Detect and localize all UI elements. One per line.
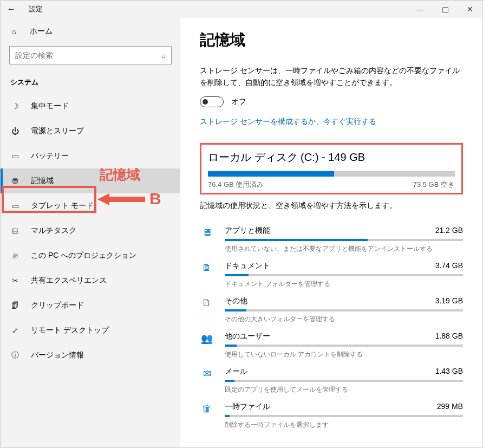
category-sub: 使用されていない、または不要なアプリと機能をアンインストールする [225, 244, 463, 254]
battery-icon: ▭ [10, 152, 20, 160]
sidebar-item-sharing[interactable]: ✂ 共有エクスペリエンス [1, 268, 180, 293]
close-button[interactable]: ✕ [458, 5, 482, 14]
category-name: ドキュメント [225, 261, 270, 271]
maximize-button[interactable]: ▢ [433, 5, 458, 14]
multitask-icon: ⊟ [10, 226, 20, 235]
minimize-button[interactable]: — [408, 5, 433, 14]
category-sub: ドキュメント フォルダーを管理する [225, 280, 463, 289]
search-input[interactable] [15, 51, 161, 60]
category-name: その他 [225, 296, 247, 306]
sidebar-item-label: マルチタスク [31, 226, 76, 236]
disk-title: ローカル ディスク (C:) - 149 GB [208, 150, 455, 165]
projection-icon: ⎚ [10, 251, 20, 260]
power-icon: ⏻ [10, 127, 20, 135]
category-name: メール [225, 367, 247, 376]
tablet-icon: ▭ [10, 202, 20, 210]
sidebar-item-label: バッテリー [31, 151, 69, 161]
moon-icon: ☽ [10, 102, 20, 111]
category-row[interactable]: 🗑一時ファイル299 MB削除する一時ファイルを選択します [200, 397, 463, 432]
sidebar-item-label: クリップボード [31, 301, 84, 310]
toggle-knob [203, 99, 208, 105]
category-row[interactable]: 🗎ドキュメント3.74 GBドキュメント フォルダーを管理する [200, 256, 463, 291]
sidebar-item-label: 共有エクスペリエンス [31, 276, 107, 285]
configure-link[interactable]: ストレージ センサーを構成するか、今すぐ実行する [200, 117, 376, 127]
category-icon: 👥 [200, 332, 214, 345]
window-title: 設定 [29, 4, 43, 14]
sidebar-item-label: バージョン情報 [31, 350, 84, 360]
category-row[interactable]: 👥他のユーザー1.88 GB使用していないローカル アカウントを削除する [200, 326, 463, 361]
sub-desc: 記憶域の使用状況と、空き領域を増やす方法を示します。 [200, 201, 463, 211]
category-size: 3.19 GB [435, 296, 463, 306]
sidebar-item-storage[interactable]: ⛃ 記憶域 [1, 168, 180, 193]
category-bar [225, 415, 463, 417]
remote-icon: ⤢ [10, 326, 20, 335]
category-sub: 削除する一時ファイルを選択します [225, 420, 463, 430]
category-size: 3.74 GB [435, 261, 463, 271]
category-name: 一時ファイル [225, 402, 270, 412]
toggle-pill[interactable] [200, 96, 224, 107]
category-size: 1.43 GB [435, 367, 463, 376]
category-bar-fill [225, 239, 368, 241]
category-bar [225, 309, 463, 311]
share-icon: ✂ [10, 276, 20, 285]
category-bar [225, 380, 463, 382]
sidebar-item-tablet[interactable]: ▭ タブレット モード [1, 193, 180, 218]
category-icon: 🗑 [200, 402, 214, 414]
sidebar-item-label: 集中モード [31, 101, 69, 111]
titlebar: ← 設定 — ▢ ✕ [1, 1, 482, 18]
category-icon: 🗎 [200, 261, 214, 274]
category-name: アプリと機能 [225, 226, 270, 236]
sidebar-item-label: この PC へのプロジェクション [31, 251, 136, 261]
category-bar-fill [225, 345, 237, 347]
section-label: システム [1, 75, 180, 94]
storage-icon: ⛃ [10, 177, 20, 185]
category-size: 299 MB [437, 402, 463, 412]
category-sub: その他の大きいフォルダーを管理する [225, 315, 463, 324]
sidebar-item-focus[interactable]: ☽ 集中モード [1, 94, 180, 119]
info-icon: ⓘ [10, 350, 20, 360]
disk-meta: 76.4 GB 使用済み 73.5 GB 空き [208, 180, 455, 190]
storage-sense-toggle[interactable]: オフ [200, 96, 463, 107]
home-icon: ⌂ [11, 27, 20, 36]
category-sub: 使用していないローカル アカウントを削除する [225, 350, 463, 359]
category-row[interactable]: 🗋その他3.19 GBその他の大きいフォルダーを管理する [200, 291, 463, 326]
sidebar-item-projection[interactable]: ⎚ この PC へのプロジェクション [1, 243, 180, 268]
category-bar [225, 345, 463, 347]
clipboard-icon: 🗐 [10, 301, 20, 310]
disk-bar-fill [208, 171, 334, 177]
category-size: 1.88 GB [435, 332, 463, 341]
category-row[interactable]: ✉メール1.43 GB既定のアプリを使用してメールを管理する [200, 361, 463, 397]
sidebar-item-label: リモート デスクトップ [31, 326, 109, 335]
sidebar-item-multitask[interactable]: ⊟ マルチタスク [1, 218, 180, 243]
sidebar-item-remote[interactable]: ⤢ リモート デスクトップ [1, 318, 180, 343]
sidebar-item-label: 記憶域 [31, 176, 54, 186]
category-size: 21.2 GB [435, 226, 463, 236]
sidebar-item-clipboard[interactable]: 🗐 クリップボード [1, 293, 180, 318]
category-sub: 既定のアプリを使用してメールを管理する [225, 385, 463, 394]
search-icon: ⌕ [161, 51, 166, 60]
disk-bar [208, 171, 455, 177]
back-button[interactable]: ← [1, 4, 22, 14]
search-box[interactable]: ⌕ [9, 46, 172, 64]
category-icon: 🖥 [200, 226, 214, 238]
sidebar-item-label: 電源とスリープ [31, 126, 84, 136]
category-bar-fill [225, 415, 230, 417]
content: 記憶域 ストレージ センサーは、一時ファイルやごみ箱の内容などの不要なファイルを… [180, 18, 482, 447]
sidebar-item-label: タブレット モード [31, 201, 94, 211]
home-label: ホーム [30, 27, 53, 36]
disk-free: 73.5 GB 空き [413, 180, 455, 190]
category-bar-fill [225, 274, 249, 276]
category-row[interactable]: 🖥アプリと機能21.2 GB使用されていない、または不要なアプリと機能をアンイン… [200, 220, 463, 256]
sidebar-item-about[interactable]: ⓘ バージョン情報 [1, 343, 180, 368]
page-title: 記憶域 [200, 30, 463, 50]
sidebar-item-power[interactable]: ⏻ 電源とスリープ [1, 119, 180, 144]
disk-summary: ローカル ディスク (C:) - 149 GB 76.4 GB 使用済み 73.… [200, 143, 463, 194]
category-bar [225, 274, 463, 276]
category-bar-fill [225, 309, 246, 311]
category-bar-fill [225, 380, 234, 382]
sidebar-item-battery[interactable]: ▭ バッテリー [1, 144, 180, 168]
category-bar [225, 239, 463, 241]
disk-used: 76.4 GB 使用済み [208, 180, 264, 190]
category-icon: 🗋 [200, 296, 214, 309]
sidebar-home[interactable]: ⌂ ホーム [1, 21, 180, 42]
